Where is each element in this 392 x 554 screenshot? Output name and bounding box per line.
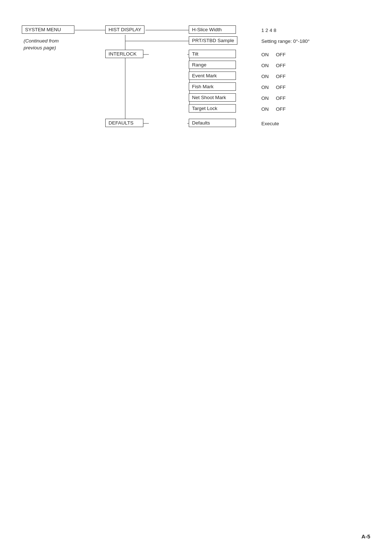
- net-shoot-mark-label: Net Shoot Mark: [192, 95, 226, 100]
- defaults-menu-label: DEFAULTS: [109, 120, 134, 126]
- fish-mark-on: ON: [261, 85, 269, 90]
- system-menu-label: SYSTEM MENU: [25, 27, 61, 32]
- defaults-item-label: Defaults: [192, 120, 210, 126]
- prt-stbd-sample-box: PRT/STBD Sample: [189, 36, 237, 45]
- net-shoot-mark-off: OFF: [276, 95, 286, 101]
- net-shoot-mark-box: Net Shoot Mark: [189, 93, 236, 102]
- h-slice-width-value: 1 2 4 8: [261, 28, 276, 33]
- tilt-box: Tilt: [189, 50, 236, 58]
- target-lock-box: Target Lock: [189, 104, 236, 113]
- prt-stbd-sample-value: Setting range: 0°-180°: [261, 38, 310, 44]
- hist-display-box: HIST DISPLAY: [105, 25, 144, 34]
- h-slice-width-box: H-Slice Width: [189, 25, 236, 34]
- range-box: Range: [189, 61, 236, 69]
- target-lock-off: OFF: [276, 106, 286, 112]
- interlock-box: INTERLOCK: [105, 50, 143, 58]
- range-on: ON: [261, 63, 269, 68]
- target-lock-label: Target Lock: [192, 106, 217, 111]
- continued-note: (Continued from previous page): [24, 38, 59, 52]
- event-mark-label: Event Mark: [192, 73, 217, 78]
- event-mark-box: Event Mark: [189, 72, 236, 80]
- defaults-execute: Execute: [261, 121, 279, 126]
- fish-mark-box: Fish Mark: [189, 82, 236, 91]
- fish-mark-off: OFF: [276, 85, 286, 90]
- h-slice-width-label: H-Slice Width: [192, 27, 222, 32]
- range-label: Range: [192, 62, 207, 68]
- net-shoot-mark-on: ON: [261, 95, 269, 101]
- tilt-on: ON: [261, 52, 269, 57]
- fish-mark-label: Fish Mark: [192, 84, 213, 89]
- tilt-off: OFF: [276, 52, 286, 57]
- target-lock-on: ON: [261, 106, 269, 112]
- event-mark-on: ON: [261, 74, 269, 79]
- range-off: OFF: [276, 63, 286, 68]
- system-menu-box: SYSTEM MENU: [22, 25, 74, 34]
- page-number: A-5: [362, 533, 370, 539]
- event-mark-off: OFF: [276, 74, 286, 79]
- defaults-menu-box: DEFAULTS: [105, 119, 143, 127]
- defaults-item-box: Defaults: [189, 119, 236, 127]
- prt-stbd-sample-label: PRT/STBD Sample: [192, 38, 234, 43]
- interlock-label: INTERLOCK: [109, 51, 136, 57]
- page-container: SYSTEM MENU (Continued from previous pag…: [0, 0, 392, 554]
- tilt-label: Tilt: [192, 51, 199, 57]
- hist-display-label: HIST DISPLAY: [109, 27, 141, 32]
